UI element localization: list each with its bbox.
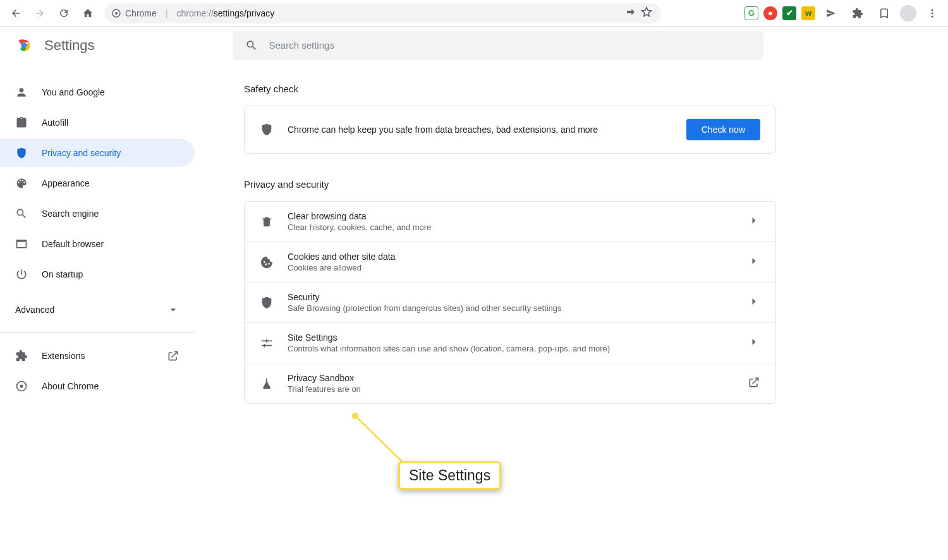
extension-icon[interactable]: ✔: [782, 6, 796, 20]
row-subtitle: Cookies are allowed: [288, 263, 734, 272]
row-title: Privacy Sandbox: [288, 373, 734, 383]
overflow-menu-icon[interactable]: [921, 3, 943, 24]
sidebar-item-label: On startup: [42, 269, 83, 279]
chrome-outline-icon: [15, 380, 28, 393]
sidebar-item-default-browser[interactable]: Default browser: [0, 230, 195, 258]
cookie-icon: [260, 255, 274, 269]
shield-icon: [260, 296, 274, 310]
row-title: Clear browsing data: [288, 211, 734, 221]
browser-toolbar: Chrome | chrome://settings/privacy G ● ✔…: [0, 0, 948, 27]
extension-icon[interactable]: G: [744, 6, 758, 20]
clipboard-icon: [15, 116, 28, 129]
reload-button[interactable]: [53, 3, 75, 24]
chevron-down-icon: [167, 303, 179, 316]
sidebar-item-label: Autofill: [42, 118, 68, 128]
forward-button[interactable]: [29, 3, 51, 24]
address-bar[interactable]: Chrome | chrome://settings/privacy: [105, 3, 661, 23]
chevron-right-icon: [748, 295, 760, 310]
row-clear-browsing-data[interactable]: Clear browsing data Clear history, cooki…: [245, 202, 775, 241]
extensions-strip: G ● ✔ w: [744, 3, 943, 24]
row-security[interactable]: Security Safe Browsing (protection from …: [245, 282, 775, 322]
section-title-privacy: Privacy and security: [244, 179, 948, 190]
section-title-safety: Safety check: [244, 83, 948, 94]
site-identity-chip[interactable]: Chrome: [111, 8, 157, 18]
search-icon: [245, 39, 258, 52]
chrome-page-icon: [111, 8, 121, 18]
chevron-right-icon: [748, 336, 760, 351]
sidebar-item-label: Extensions: [42, 351, 85, 361]
row-privacy-sandbox[interactable]: Privacy Sandbox Trial features are on: [245, 363, 775, 403]
row-subtitle: Safe Browsing (protection from dangerous…: [288, 303, 734, 313]
row-site-settings[interactable]: Site Settings Controls what information …: [245, 322, 775, 363]
search-input[interactable]: [269, 40, 751, 51]
sidebar-item-label: Search engine: [42, 209, 99, 219]
safety-check-card: Chrome can help keep you safe from data …: [244, 106, 776, 154]
row-subtitle: Trial features are on: [288, 384, 734, 394]
sidebar-item-you-and-google[interactable]: You and Google: [0, 78, 195, 106]
shield-refresh-icon: [260, 123, 274, 137]
extension-icon[interactable]: w: [801, 6, 815, 20]
check-now-button[interactable]: Check now: [686, 119, 760, 140]
back-button[interactable]: [5, 3, 27, 24]
extension-icon[interactable]: ●: [763, 6, 777, 20]
trash-icon: [260, 215, 274, 229]
search-icon: [15, 207, 28, 220]
sidebar-item-label: You and Google: [42, 87, 105, 97]
window-icon: [15, 238, 28, 250]
svg-point-3: [932, 12, 933, 14]
home-button[interactable]: [77, 3, 99, 24]
row-title: Cookies and other site data: [288, 252, 734, 262]
power-icon: [15, 268, 28, 281]
settings-search[interactable]: [233, 31, 763, 60]
profile-avatar[interactable]: [900, 5, 916, 21]
settings-header: Settings: [0, 27, 948, 64]
shield-icon: [15, 147, 28, 159]
settings-main: Safety check Chrome can help keep you sa…: [195, 64, 948, 560]
chevron-right-icon: [748, 214, 760, 229]
puzzle-icon: [15, 350, 28, 362]
sidebar-item-label: Appearance: [42, 178, 90, 188]
row-title: Site Settings: [288, 332, 734, 343]
reading-list-icon[interactable]: [873, 3, 895, 24]
sidebar-item-search-engine[interactable]: Search engine: [0, 200, 195, 228]
chrome-logo-icon: [15, 37, 33, 54]
sidebar-item-label: About Chrome: [42, 381, 99, 391]
privacy-security-card: Clear browsing data Clear history, cooki…: [244, 201, 776, 404]
url-text: chrome://settings/privacy: [176, 8, 274, 18]
open-external-icon: [748, 376, 760, 391]
row-title: Security: [288, 292, 734, 302]
sidebar-item-autofill[interactable]: Autofill: [0, 109, 195, 137]
sidebar-item-label: Default browser: [42, 239, 104, 249]
sidebar-item-on-startup[interactable]: On startup: [0, 260, 195, 288]
omnibox-divider: |: [166, 8, 168, 18]
svg-point-4: [932, 15, 933, 17]
site-identity-label: Chrome: [125, 8, 157, 18]
extensions-puzzle-icon[interactable]: [847, 3, 868, 24]
annotation-dot: [352, 413, 358, 419]
row-subtitle: Clear history, cookies, cache, and more: [288, 222, 734, 232]
flask-icon: [260, 377, 274, 391]
bookmark-star-icon[interactable]: [641, 6, 652, 20]
svg-point-8: [20, 385, 23, 388]
row-cookies[interactable]: Cookies and other site data Cookies are …: [245, 241, 775, 282]
row-subtitle: Controls what information sites can use …: [288, 344, 734, 353]
sidebar-separator: [0, 332, 195, 333]
annotation-callout: Site Settings: [398, 461, 501, 490]
chevron-right-icon: [748, 255, 760, 270]
settings-sidebar: You and Google Autofill Privacy and secu…: [0, 64, 195, 560]
safety-check-text: Chrome can help keep you safe from data …: [288, 125, 672, 135]
sidebar-advanced-toggle[interactable]: Advanced: [0, 296, 195, 324]
advanced-label: Advanced: [15, 305, 54, 315]
sidebar-item-appearance[interactable]: Appearance: [0, 169, 195, 197]
sliders-icon: [260, 336, 274, 350]
svg-point-1: [115, 12, 118, 15]
open-external-icon: [167, 350, 179, 362]
sidebar-item-privacy-security[interactable]: Privacy and security: [0, 139, 195, 167]
person-icon: [15, 86, 28, 99]
sidebar-item-extensions[interactable]: Extensions: [0, 342, 195, 370]
share-icon[interactable]: [626, 7, 636, 19]
send-tab-icon[interactable]: [820, 3, 842, 24]
sidebar-item-about-chrome[interactable]: About Chrome: [0, 372, 195, 400]
sidebar-item-label: Privacy and security: [42, 148, 121, 158]
svg-point-6: [22, 43, 27, 47]
